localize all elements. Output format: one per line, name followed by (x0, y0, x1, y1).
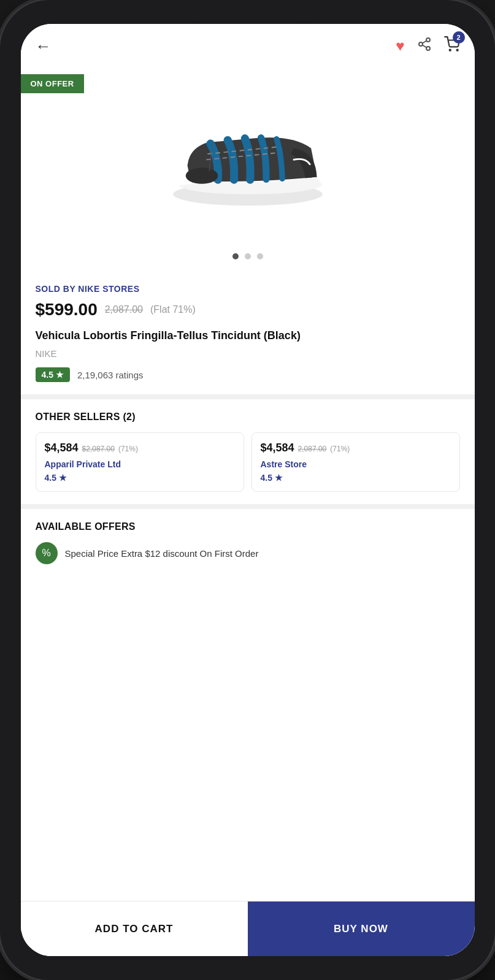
back-button[interactable]: ← (36, 38, 52, 54)
rating-badge[interactable]: 4.5 ★ (36, 367, 70, 382)
seller-1-price: $4,584 (45, 442, 79, 454)
cart-button[interactable]: 2 (444, 36, 460, 56)
product-name: Vehicula Lobortis Fringilla-Tellus Tinci… (36, 328, 460, 343)
dot-2[interactable] (245, 253, 251, 259)
header-right: ♥ (396, 36, 459, 56)
scroll-content[interactable]: ON OFFER (21, 62, 475, 956)
svg-point-6 (456, 50, 458, 51)
share-icon[interactable] (417, 37, 432, 55)
discount-label: (Flat 71%) (150, 304, 196, 315)
seller-1-price-row: $4,584 $2,087.00 (71%) (45, 442, 235, 454)
seller-1-original: $2,087.00 (82, 445, 115, 453)
sellers-grid: $4,584 $2,087.00 (71%) Apparil Private L… (36, 432, 460, 492)
buy-now-button[interactable]: BUY NOW (248, 902, 475, 956)
available-offers-section: AVAILABLE OFFERS % Special Price Extra $… (21, 509, 475, 613)
seller-2-discount: (71%) (330, 445, 350, 453)
add-to-cart-button[interactable]: ADD TO CART (21, 902, 248, 956)
price-row: $599.00 2,087.00 (Flat 71%) (36, 300, 460, 320)
svg-point-5 (449, 50, 450, 51)
seller-2-rating: 4.5 ★ (261, 473, 451, 483)
phone-frame: ← ♥ (0, 0, 495, 980)
other-sellers-section: OTHER SELLERS (2) $4,584 $2,087.00 (71%)… (21, 399, 475, 504)
seller-1-rating-value: 4.5 (45, 473, 56, 483)
other-sellers-title: OTHER SELLERS (2) (36, 412, 460, 423)
seller-1-discount: (71%) (118, 445, 138, 453)
bottom-bar: ADD TO CART BUY NOW (21, 901, 475, 956)
cart-count-badge: 2 (453, 31, 465, 44)
svg-point-8 (185, 168, 218, 184)
offer-badge: ON OFFER (21, 74, 84, 93)
seller-1-star-icon: ★ (59, 473, 67, 483)
star-icon: ★ (56, 370, 64, 380)
original-price: 2,087.00 (105, 304, 143, 315)
phone-screen: ← ♥ (21, 24, 475, 956)
product-image (156, 93, 340, 215)
carousel-dots (21, 246, 475, 272)
wishlist-icon[interactable]: ♥ (396, 37, 404, 55)
divider-2 (21, 504, 475, 509)
seller-2-original: 2,087.00 (298, 445, 327, 453)
available-offers-title: AVAILABLE OFFERS (36, 521, 460, 532)
sold-by-label: SOLD BY NIKE STORES (36, 284, 460, 294)
header-left: ← (36, 38, 52, 54)
seller-1-name: Apparil Private Ltd (45, 459, 235, 469)
seller-2-price-row: $4,584 2,087.00 (71%) (261, 442, 451, 454)
offer-text-1: Special Price Extra $12 discount On Firs… (65, 548, 259, 559)
offer-icon: % (36, 542, 58, 564)
seller-1-rating: 4.5 ★ (45, 473, 235, 483)
svg-line-4 (422, 41, 426, 44)
seller-2-name: Astre Store (261, 459, 451, 469)
dot-1[interactable] (232, 253, 239, 259)
seller-2-star-icon: ★ (275, 473, 283, 483)
divider-1 (21, 394, 475, 399)
rating-value: 4.5 (42, 370, 53, 380)
seller-card-2[interactable]: $4,584 2,087.00 (71%) Astre Store 4.5 ★ (251, 432, 460, 492)
offer-row-1: % Special Price Extra $12 discount On Fi… (36, 542, 460, 564)
brand-name: NIKE (36, 348, 460, 359)
current-price: $599.00 (36, 300, 98, 320)
product-image-area: ON OFFER (21, 62, 475, 246)
seller-2-price: $4,584 (261, 442, 294, 454)
rating-row: 4.5 ★ 2,19,063 ratings (36, 367, 460, 382)
svg-line-3 (422, 45, 426, 48)
seller-card-1[interactable]: $4,584 $2,087.00 (71%) Apparil Private L… (36, 432, 244, 492)
product-details: SOLD BY NIKE STORES $599.00 2,087.00 (Fl… (21, 272, 475, 394)
dot-3[interactable] (257, 253, 263, 259)
header: ← ♥ (21, 24, 475, 62)
phone-notch (180, 0, 315, 22)
rating-count: 2,19,063 ratings (77, 370, 144, 380)
seller-2-rating-value: 4.5 (261, 473, 272, 483)
